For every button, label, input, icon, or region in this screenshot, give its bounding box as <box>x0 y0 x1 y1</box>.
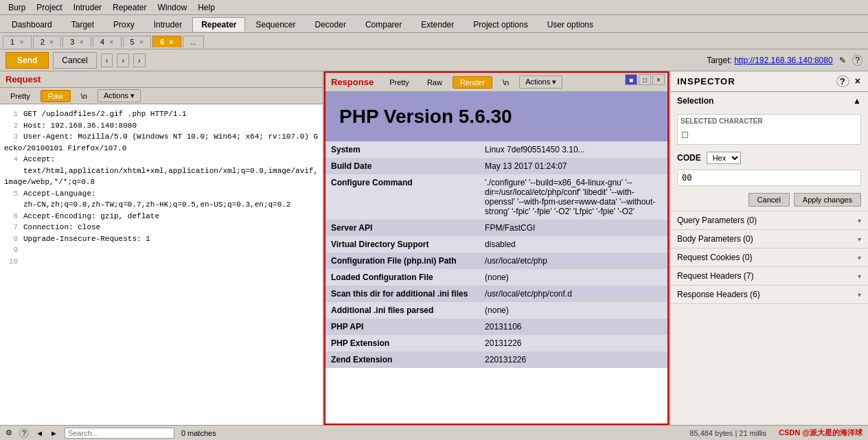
inspector-close-icon[interactable]: × <box>855 76 861 87</box>
response-tab-raw[interactable]: Raw <box>420 76 450 89</box>
nav-next2-button[interactable]: › <box>117 54 129 67</box>
table-cell-key: Server API <box>326 220 479 236</box>
menu-project[interactable]: Project <box>31 1 67 14</box>
response-content[interactable]: PHP Version 5.6.30 System Linux 7def9055… <box>326 92 667 424</box>
menu-repeater[interactable]: Repeater <box>107 1 152 14</box>
code-row: CODE Hex Dec Oct <box>670 149 868 167</box>
menu-burp[interactable]: Burp <box>3 1 31 14</box>
body-parameters-header[interactable]: Body Parameters (0) ▾ <box>670 230 868 248</box>
selection-section: Selection ▲ SELECTED CHARACTER □ CODE He… <box>670 92 868 211</box>
toolbar: Send Cancel ‹ › › Target: http://192.168… <box>0 49 868 71</box>
close-tab-4[interactable]: × <box>109 38 113 46</box>
edit-icon[interactable]: ✎ <box>839 56 846 65</box>
search-box <box>65 428 174 439</box>
table-cell-key: Scan this dir for additional .ini files <box>326 286 479 302</box>
request-cookies-header[interactable]: Request Cookies (0) ▾ <box>670 248 868 266</box>
request-cookies-chevron-icon: ▾ <box>858 254 861 262</box>
main-tab-bar: Dashboard Target Proxy Intruder Repeater… <box>0 15 868 33</box>
main-content: Request Pretty Raw \n Actions ▾ 1GET /up… <box>0 71 868 425</box>
tab-target[interactable]: Target <box>62 17 103 32</box>
request-code-editor[interactable]: 1GET /uploadfiles/2.gif .php HTTP/1.1 2H… <box>0 104 323 425</box>
char-display: □ <box>681 128 858 141</box>
php-info-table: System Linux 7def90551450 3.10... Build … <box>326 141 667 368</box>
table-cell-key: Build Date <box>326 158 479 174</box>
tab-dashboard[interactable]: Dashboard <box>3 17 61 32</box>
tab-intruder[interactable]: Intruder <box>145 17 191 32</box>
query-parameters-section: Query Parameters (0) ▾ <box>670 211 868 230</box>
response-headers-label: Response Headers (6) <box>677 290 760 299</box>
request-headers-header[interactable]: Request Headers (7) ▾ <box>670 267 868 285</box>
table-cell-value: Linux 7def90551450 3.10... <box>479 141 667 158</box>
menu-help[interactable]: Help <box>192 1 220 14</box>
response-panel-title: Response <box>331 77 374 87</box>
request-cookies-section: Request Cookies (0) ▾ <box>670 248 868 267</box>
request-sub-tabs: Pretty Raw \n Actions ▾ <box>0 88 323 104</box>
response-actions-dropdown[interactable]: Actions ▾ <box>519 76 562 89</box>
close-tab-1[interactable]: × <box>19 38 23 46</box>
restore-button[interactable]: □ <box>639 74 651 85</box>
req-tab-4[interactable]: 4 × <box>93 36 122 47</box>
tab-proxy[interactable]: Proxy <box>104 17 144 32</box>
req-tab-more[interactable]: ... <box>183 36 204 47</box>
send-button[interactable]: Send <box>5 52 49 69</box>
request-tab-bar: 1 × 2 × 3 × 4 × 5 × 6 × ... <box>0 33 868 49</box>
response-tab-render[interactable]: Render <box>453 76 492 89</box>
req-tab-5[interactable]: 5 × <box>123 36 152 47</box>
request-tab-newline[interactable]: \n <box>73 90 95 102</box>
nav-back-icon[interactable]: ◄ <box>36 429 43 437</box>
close-tab-6[interactable]: × <box>169 38 173 46</box>
target-url[interactable]: http://192.168.36.140:8080 <box>734 56 832 65</box>
search-input[interactable] <box>65 428 174 439</box>
menu-intruder[interactable]: Intruder <box>68 1 107 14</box>
request-tab-raw[interactable]: Raw <box>41 90 71 102</box>
request-tab-pretty[interactable]: Pretty <box>3 90 38 102</box>
inspector-icons: ? × <box>836 76 861 87</box>
table-cell-key: Configuration File (php.ini) Path <box>326 253 479 269</box>
req-tab-6[interactable]: 6 × <box>152 36 181 47</box>
response-panel: Response Pretty Raw Render \n Actions ▾ … <box>324 71 669 425</box>
inspector-help-icon[interactable]: ? <box>836 76 849 87</box>
response-headers-header[interactable]: Response Headers (6) ▾ <box>670 286 868 303</box>
help-icon[interactable]: ? <box>19 428 29 438</box>
response-tab-newline[interactable]: \n <box>495 76 516 89</box>
close-tab-2[interactable]: × <box>49 38 54 46</box>
tab-comparer[interactable]: Comparer <box>356 17 411 32</box>
tab-user-options[interactable]: User options <box>538 17 602 32</box>
request-panel-title: Request <box>0 71 323 88</box>
close-tab-3[interactable]: × <box>79 38 83 46</box>
cancel-changes-button[interactable]: Cancel <box>749 193 790 207</box>
tab-decoder[interactable]: Decoder <box>306 17 355 32</box>
code-type-select[interactable]: Hex Dec Oct <box>707 152 741 164</box>
response-tab-pretty[interactable]: Pretty <box>382 76 417 89</box>
selection-label: Selection <box>677 96 713 106</box>
cancel-button[interactable]: Cancel <box>53 52 96 69</box>
nav-forward-icon[interactable]: ► <box>50 429 58 437</box>
table-row: Scan this dir for additional .ini files … <box>326 286 667 302</box>
nav-prev2-button[interactable]: ‹ <box>101 54 113 67</box>
req-tab-3[interactable]: 3 × <box>62 36 91 47</box>
table-row: Zend Extension 220131226 <box>326 351 667 368</box>
close-response-button[interactable]: × <box>652 74 665 85</box>
table-row: Server API FPM/FastCGI <box>326 220 667 236</box>
selection-section-header[interactable]: Selection ▲ <box>670 92 868 110</box>
tab-extender[interactable]: Extender <box>412 17 463 32</box>
apply-changes-button[interactable]: Apply changes <box>794 193 861 207</box>
help-icon[interactable]: ? <box>852 55 863 66</box>
table-cell-value: FPM/FastCGI <box>479 220 667 236</box>
maximize-button[interactable]: ■ <box>625 74 637 85</box>
settings-icon[interactable]: ⚙ <box>5 428 12 437</box>
request-actions-dropdown[interactable]: Actions ▾ <box>98 89 141 102</box>
close-tab-5[interactable]: × <box>139 38 144 46</box>
tab-project-options[interactable]: Project options <box>464 17 536 32</box>
nav-forward-button[interactable]: › <box>133 54 146 67</box>
menu-window[interactable]: Window <box>152 1 192 14</box>
body-parameters-chevron-icon: ▾ <box>858 235 861 243</box>
status-bar: ⚙ ? ◄ ► 0 matches 85,484 bytes | 21 mill… <box>0 425 868 440</box>
tab-repeater[interactable]: Repeater <box>192 17 245 32</box>
query-parameters-header[interactable]: Query Parameters (0) ▾ <box>670 211 868 229</box>
code-label: CODE <box>677 153 701 163</box>
req-tab-2[interactable]: 2 × <box>33 36 62 47</box>
req-tab-1[interactable]: 1 × <box>3 36 32 47</box>
tab-sequencer[interactable]: Sequencer <box>247 17 304 32</box>
table-cell-value: 20131226 <box>479 335 667 351</box>
